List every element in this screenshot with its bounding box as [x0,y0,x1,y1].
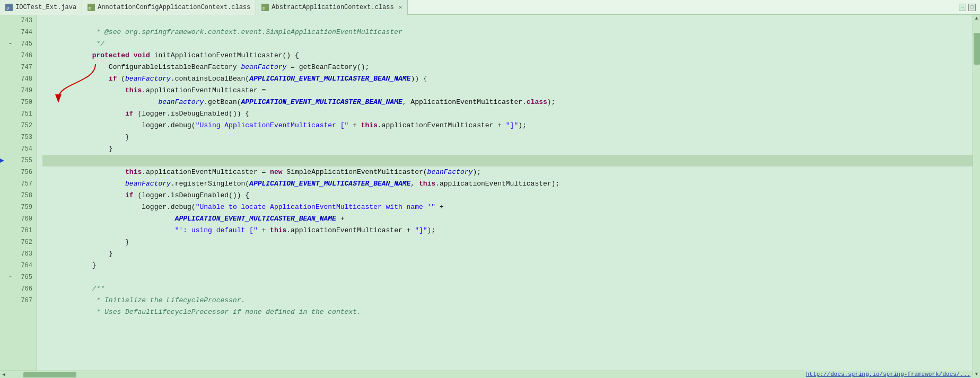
code-line-746: ConfigurableListableBeanFactory beanFact… [42,50,973,61]
line-753: 753 [5,131,37,143]
line-758: 758 [5,190,37,201]
line-763: 763 [5,248,37,260]
line-744: 744 [5,27,37,38]
svg-text:C: C [262,6,265,11]
status-bar-url[interactable]: http://docs.spring.io/spring-framework/d… [804,371,973,378]
h-scroll-thumb[interactable] [23,372,76,377]
svg-text:C: C [89,6,91,11]
left-edge [0,15,5,378]
line-764: 764 [5,260,37,271]
scroll-up-arrow[interactable]: ▲ [973,15,981,22]
line-756: 756 [5,166,37,178]
scroll-thumb[interactable] [974,33,980,65]
line-759: 759 [5,201,37,213]
code-line-754: else { [42,143,973,155]
tab-ioctest[interactable]: J IOCTest_Ext.java [0,0,82,15]
line-762: 762 [5,236,37,248]
code-line-747: if (beanFactory.containsLocalBean(APPLIC… [42,61,973,73]
tab-label: IOCTest_Ext.java [15,4,76,11]
tab-bar: J IOCTest_Ext.java C AnnotationConfigApp… [0,0,980,15]
code-line-751: logger.debug("Using ApplicationEventMult… [42,108,973,120]
line-760: 760 [5,213,37,225]
code-line-755: this.applicationEventMulticaster = new S… [42,155,973,166]
line-747: 747 [5,61,37,73]
line-761: 761 [5,225,37,236]
code-line-756: beanFactory.registerSingleton(APPLICATIO… [42,166,973,178]
line-number-gutter: 743 744 745 746 747 748 749 750 751 752 … [5,15,37,378]
code-line-760: "': using default [" + this.applicationE… [42,213,973,225]
line-766: 766 [5,283,37,295]
scroll-left-arrow[interactable]: ◀ [0,371,7,379]
java-icon: J [5,4,13,11]
code-line-748: this.applicationEventMulticaster = [42,73,973,85]
line-746: 746 [5,50,37,61]
line-745[interactable]: 745 [5,38,37,50]
execution-indicator [0,157,5,164]
svg-text:J: J [6,6,9,11]
scroll-down-arrow[interactable]: ▼ [973,371,981,378]
line-765[interactable]: 765 [5,271,37,283]
class-icon-1: C [88,4,95,11]
svg-marker-6 [0,159,4,163]
tab-close-button[interactable]: ✕ [399,4,402,11]
line-755: 755 [5,155,37,166]
code-line-749: beanFactory.getBean(APPLICATION_EVENT_MU… [42,85,973,96]
editor-wrapper: 743 744 745 746 747 748 749 750 751 752 … [0,15,980,378]
minimize-button[interactable]: — [959,4,966,11]
line-748: 748 [5,73,37,85]
vertical-scrollbar[interactable]: ▲ ▼ [973,15,980,378]
code-line-767: * Uses DefaultLifecycleProcessor if none… [42,295,973,306]
line-767: 767 [5,295,37,306]
class-icon-2: C [261,4,269,11]
code-line-752: } [42,120,973,131]
window-controls: — □ [959,0,980,15]
code-line-764 [42,260,973,271]
line-743: 743 [5,15,37,27]
code-line-761: } [42,225,973,236]
code-line-753: } [42,131,973,143]
scroll-track[interactable] [973,22,981,371]
code-area[interactable]: * @see org.springframework.context.event… [37,15,973,378]
code-line-766: * Initialize the LifecycleProcessor. [42,283,973,295]
maximize-button[interactable]: □ [968,4,976,11]
code-line-759: APPLICATION_EVENT_MULTICASTER_BEAN_NAME … [42,201,973,213]
line-752: 752 [5,120,37,131]
tab-label-3: AbstractApplicationContext.class [272,4,393,11]
code-line-763: } [42,248,973,260]
line-754: 754 [5,143,37,155]
code-line-744: */ [42,27,973,38]
line-750: 750 [5,96,37,108]
code-line-757: if (logger.isDebugEnabled()) { [42,178,973,190]
tab-abstract[interactable]: C AbstractApplicationContext.class ✕ [256,0,408,15]
code-line-765: /** [42,271,973,283]
line-749: 749 [5,85,37,96]
line-751: 751 [5,108,37,120]
code-line-758: logger.debug("Unable to locate Applicati… [42,190,973,201]
line-757: 757 [5,178,37,190]
code-line-762: } [42,236,973,248]
tab-label-2: AnnotationConfigApplicationContext.class [98,4,250,11]
code-lines: * @see org.springframework.context.event… [42,15,973,306]
tab-annotation[interactable]: C AnnotationConfigApplicationContext.cla… [82,0,256,15]
code-line-750: if (logger.isDebugEnabled()) { [42,96,973,108]
code-line-743: * @see org.springframework.context.event… [42,15,973,27]
code-line-745: protected void initApplicationEventMulti… [42,38,973,50]
